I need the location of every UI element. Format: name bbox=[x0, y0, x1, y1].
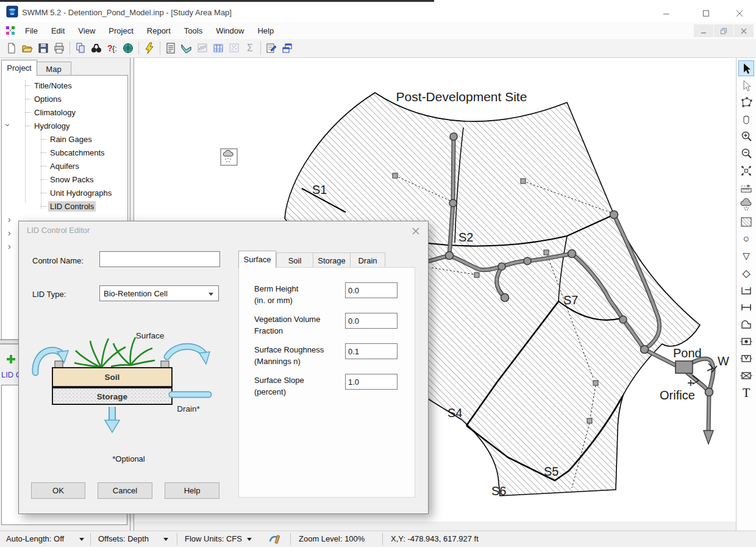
scatter-plot-button[interactable] bbox=[226, 41, 242, 55]
statistics-button[interactable]: Σ bbox=[242, 41, 258, 55]
summary-table-button[interactable] bbox=[210, 41, 226, 55]
diagram-soil-label: Soil bbox=[105, 373, 120, 382]
chevron-collapsed-icon[interactable]: › bbox=[8, 241, 11, 251]
berm-height-input[interactable] bbox=[345, 282, 398, 298]
tab-surface[interactable]: Surface bbox=[238, 251, 276, 268]
pond-storage-node[interactable] bbox=[676, 361, 693, 373]
tree-item-unit-hydrographs[interactable]: Unit Hydrographs bbox=[2, 186, 127, 199]
save-file-button[interactable] bbox=[35, 41, 51, 55]
cancel-button[interactable]: Cancel bbox=[98, 482, 152, 499]
measure-tool[interactable] bbox=[738, 180, 754, 196]
label-pond: Pond bbox=[673, 346, 702, 360]
weir-tool[interactable] bbox=[738, 351, 754, 366]
tab-storage[interactable]: Storage bbox=[313, 252, 351, 268]
menu-report[interactable]: Report bbox=[140, 23, 177, 38]
control-name-input[interactable] bbox=[99, 251, 220, 267]
find-button[interactable] bbox=[88, 41, 104, 55]
mdi-minimize-button[interactable] bbox=[694, 24, 713, 37]
rain-gage-symbol[interactable] bbox=[221, 149, 237, 165]
new-file-button[interactable] bbox=[4, 41, 20, 55]
storage-unit-tool[interactable] bbox=[738, 282, 754, 298]
overview-map-button[interactable] bbox=[120, 41, 136, 55]
tree-item-hydrology[interactable]: ›Hydrology bbox=[2, 119, 127, 132]
vegetation-volume-input[interactable] bbox=[345, 313, 398, 329]
surface-roughness-input[interactable] bbox=[345, 343, 398, 359]
outfall-tool[interactable]: ▽ bbox=[738, 248, 754, 264]
help-button[interactable]: Help bbox=[165, 482, 219, 499]
chevron-down-icon bbox=[209, 293, 213, 296]
orifice-tool[interactable] bbox=[738, 334, 754, 349]
conduit-tool[interactable] bbox=[738, 299, 754, 315]
tree-item-snow-packs[interactable]: Snow Packs bbox=[2, 173, 127, 186]
tree-item-title-notes[interactable]: Title/Notes bbox=[2, 79, 127, 92]
menu-edit[interactable]: Edit bbox=[45, 23, 71, 38]
profile-plot-button[interactable] bbox=[179, 41, 194, 55]
zoom-in-tool[interactable] bbox=[738, 129, 754, 145]
lid-tabs: SurfaceSoilStorageDrain bbox=[238, 251, 385, 268]
control-name-label: Control Name: bbox=[32, 256, 84, 265]
select-vertex-tool[interactable] bbox=[738, 77, 754, 93]
mdi-close-button[interactable] bbox=[734, 24, 754, 37]
surface-slope-input[interactable] bbox=[345, 374, 398, 390]
select-object-tool[interactable] bbox=[738, 60, 754, 76]
menu-window[interactable]: Window bbox=[209, 23, 251, 38]
copy-button[interactable] bbox=[73, 41, 88, 55]
open-file-button[interactable] bbox=[20, 41, 35, 55]
menu-project[interactable]: Project bbox=[102, 23, 140, 38]
mdi-restore-button[interactable] bbox=[714, 24, 733, 37]
chevron-expanded-icon[interactable]: › bbox=[3, 124, 13, 127]
offsets-selector[interactable]: Offsets: Depth bbox=[98, 534, 149, 543]
pan-tool[interactable] bbox=[738, 112, 754, 127]
rain-gage-tool[interactable] bbox=[738, 197, 754, 213]
minimize-button[interactable] bbox=[656, 7, 677, 20]
cascade-windows-button[interactable] bbox=[279, 41, 295, 55]
coordinates-indicator: X,Y: -478.943, 617.927 ft bbox=[391, 534, 479, 543]
outlet-tool[interactable] bbox=[738, 368, 754, 384]
lid-type-select[interactable]: Bio-Retention Cell bbox=[99, 285, 219, 301]
maximize-button[interactable] bbox=[696, 7, 716, 20]
time-series-plot-button[interactable] bbox=[194, 41, 210, 55]
divider-tool[interactable]: ◇ bbox=[738, 265, 754, 281]
select-region-tool[interactable] bbox=[738, 95, 754, 110]
tab-soil[interactable]: Soil bbox=[276, 252, 313, 268]
tab-map[interactable]: Map bbox=[36, 62, 71, 76]
tab-drain[interactable]: Drain bbox=[351, 252, 385, 268]
outfall-node[interactable] bbox=[704, 431, 713, 444]
dialog-title: LID Control Editor bbox=[27, 226, 90, 235]
run-simulation-button[interactable] bbox=[141, 41, 157, 55]
tree-item-rain-gages[interactable]: Rain Gages bbox=[2, 132, 127, 146]
tree-item-aquifers[interactable]: Aquifers bbox=[2, 159, 127, 173]
tree-item-options[interactable]: Options bbox=[2, 92, 127, 105]
tab-project[interactable]: Project bbox=[1, 60, 37, 76]
junction-tool[interactable]: ○ bbox=[738, 231, 754, 247]
full-extent-tool[interactable] bbox=[738, 163, 754, 179]
chevron-down-icon[interactable] bbox=[163, 538, 168, 541]
pump-tool[interactable] bbox=[738, 316, 754, 332]
tree-item-climatology[interactable]: Climatology bbox=[2, 105, 127, 119]
menu-help[interactable]: Help bbox=[251, 23, 280, 38]
tree-item-lid-controls[interactable]: LID Controls bbox=[2, 199, 127, 213]
chevron-collapsed-icon[interactable]: › bbox=[8, 215, 11, 224]
program-options-button[interactable] bbox=[263, 41, 279, 55]
label-s7: S7 bbox=[563, 293, 578, 307]
add-lid-button[interactable] bbox=[6, 354, 16, 364]
chevron-down-icon[interactable] bbox=[247, 538, 252, 541]
print-button[interactable] bbox=[51, 41, 67, 55]
close-button[interactable] bbox=[729, 7, 750, 20]
chevron-down-icon[interactable] bbox=[79, 538, 84, 541]
zoom-out-tool[interactable] bbox=[738, 146, 754, 162]
menu-view[interactable]: View bbox=[71, 23, 102, 38]
auto-length-selector[interactable]: Auto-Length: Off bbox=[6, 534, 64, 543]
dialog-close-icon[interactable] bbox=[408, 224, 424, 238]
label-tool[interactable]: T bbox=[738, 385, 754, 401]
menu-file[interactable]: File bbox=[18, 23, 45, 38]
ok-button[interactable]: OK bbox=[31, 482, 85, 499]
flow-units-selector[interactable]: Flow Units: CFS bbox=[185, 534, 242, 543]
menu-tools[interactable]: Tools bbox=[177, 23, 209, 38]
subcatchment-tool[interactable] bbox=[738, 214, 754, 230]
status-report-button[interactable] bbox=[163, 41, 179, 55]
title-bar: SWMM 5.2 - Detention_Pond_Model.inp - [S… bbox=[0, 2, 756, 22]
tree-item-subcatchments[interactable]: Subcatchments bbox=[2, 146, 127, 159]
chevron-collapsed-icon[interactable]: › bbox=[8, 228, 11, 238]
query-button[interactable]: ?{: bbox=[104, 41, 120, 55]
